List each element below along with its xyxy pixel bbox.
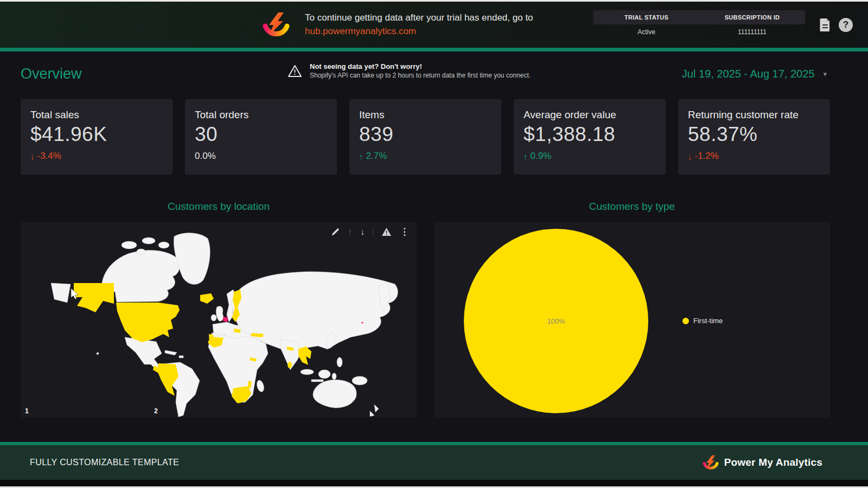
- kpi-label: Items: [359, 109, 492, 121]
- map-colombia-peru: [157, 363, 178, 396]
- trial-status-header: TRIAL STATUS: [593, 14, 699, 21]
- kpi-card-returning-customer-rate: Returning customer rate 58.37% ↓ -1.2%: [678, 99, 830, 175]
- world-map: [21, 222, 417, 418]
- footer-tagline: FULLY CUSTOMIZABLE TEMPLATE: [30, 458, 179, 467]
- pie-chart-title: Customers by type: [434, 201, 830, 214]
- footer-brand: Power My Analytics: [702, 455, 822, 471]
- kpi-card-items: Items 839 ↑ 2.7%: [349, 99, 501, 175]
- trial-status-value: Active: [593, 28, 699, 36]
- data-warning-icon[interactable]: [381, 227, 392, 236]
- trial-table-values: Active 111111111: [593, 24, 805, 40]
- move-up-icon[interactable]: ↑: [348, 227, 352, 237]
- move-down-icon[interactable]: ↓: [360, 227, 365, 237]
- app-header: To continue getting data after your tria…: [0, 2, 868, 48]
- kpi-label: Total orders: [195, 109, 327, 121]
- legend-label: First-time: [693, 317, 723, 325]
- map-indochina: [298, 346, 311, 365]
- subscription-id-header: SUBSCRIPTION ID: [699, 14, 805, 21]
- trial-table-header: TRIAL STATUS SUBSCRIPTION ID: [593, 10, 805, 24]
- chart-toolbar: ↑ ↓ ⋮: [331, 226, 409, 237]
- help-glyph: ?: [843, 20, 848, 30]
- page-title: Overview: [21, 66, 82, 82]
- kpi-label: Total sales: [30, 109, 163, 121]
- kpi-delta: ↑ 2.7%: [359, 151, 492, 162]
- kpi-value: $41.96K: [30, 123, 163, 146]
- kpi-value: $1,388.18: [524, 123, 656, 146]
- trend-up-icon: ↑: [524, 152, 528, 161]
- app-footer: FULLY CUSTOMIZABLE TEMPLATE Power My Ana…: [0, 442, 868, 480]
- map-south-africa: [232, 386, 251, 403]
- notice-body: Shopify's API can take up to 2 hours to …: [310, 72, 531, 79]
- api-delay-notice: Not seeing data yet? Don't worry! Shopif…: [288, 62, 531, 79]
- map-mexico: [125, 337, 162, 371]
- map-usa: [116, 303, 180, 342]
- kpi-value: 839: [359, 123, 492, 146]
- map-scale-min: 1: [25, 407, 29, 415]
- trial-message: To continue getting data after your tria…: [305, 11, 533, 38]
- warning-icon: [288, 65, 302, 78]
- document-icon[interactable]: [819, 18, 831, 32]
- map-sri-lanka: [288, 362, 292, 368]
- date-range-selector[interactable]: Jul 19, 2025 - Aug 17, 2025 ▾: [682, 68, 830, 80]
- legend-swatch-first-time: [682, 318, 689, 324]
- pie-slice-first-time: 100%: [464, 229, 648, 413]
- accent-bar: [0, 48, 868, 52]
- mouse-cursor: [71, 288, 81, 300]
- trend-down-icon: ↓: [30, 152, 35, 161]
- notice-title: Not seeing data yet? Don't worry!: [310, 62, 531, 70]
- kpi-delta: 0.0%: [195, 151, 327, 162]
- kpi-card-total-orders: Total orders 30 0.0%: [185, 99, 337, 175]
- kpi-delta-text: -3.4%: [37, 151, 61, 162]
- chevron-down-icon: ▾: [823, 70, 827, 78]
- subscription-id-value: 111111111: [699, 28, 805, 36]
- map-australia: [313, 380, 356, 408]
- brand-name: Power My Analytics: [724, 457, 822, 468]
- kpi-delta-text: 0.0%: [195, 151, 216, 162]
- map-scale-max: 2: [154, 407, 158, 415]
- kpi-delta-text: 2.7%: [366, 151, 387, 162]
- toolbar-divider: [373, 227, 373, 237]
- pma-logo-icon: [261, 12, 291, 38]
- customers-by-type-chart: 100% First-time: [434, 222, 830, 418]
- kebab-menu-icon[interactable]: ⋮: [400, 226, 409, 237]
- trial-status-table: TRIAL STATUS SUBSCRIPTION ID Active 1111…: [593, 10, 805, 40]
- kpi-delta: ↓ -3.4%: [30, 151, 163, 162]
- kpi-label: Returning customer rate: [688, 109, 820, 121]
- trial-hub-link[interactable]: hub.powermyanalytics.com: [305, 25, 416, 38]
- trial-message-text: To continue getting data after your tria…: [305, 11, 533, 25]
- map-greenland: [174, 233, 210, 285]
- map-iceland: [200, 293, 214, 304]
- pie-center-label: 100%: [547, 317, 565, 325]
- kpi-delta: ↓ -1.2%: [688, 151, 820, 162]
- help-icon[interactable]: ?: [839, 18, 853, 32]
- window-bottom-edge: [0, 480, 868, 488]
- kpi-delta-text: -1.2%: [695, 151, 719, 162]
- kpi-card-average-order-value: Average order value $1,388.18 ↑ 0.9%: [514, 99, 666, 175]
- date-range-text: Jul 19, 2025 - Aug 17, 2025: [682, 68, 815, 80]
- kpi-value: 30: [195, 123, 327, 146]
- trend-down-icon: ↓: [688, 152, 692, 161]
- kpi-row: Total sales $41.96K ↓ -3.4% Total orders…: [21, 99, 830, 175]
- customers-by-location-chart: ↑ ↓ ⋮: [21, 222, 417, 418]
- kpi-delta-text: 0.9%: [531, 151, 552, 162]
- trend-up-icon: ↑: [359, 152, 363, 161]
- kpi-card-total-sales: Total sales $41.96K ↓ -3.4%: [21, 99, 173, 175]
- map-belgium: [223, 317, 228, 322]
- edit-pencil-icon[interactable]: [331, 228, 340, 236]
- kpi-label: Average order value: [524, 109, 656, 121]
- kpi-value: 58.37%: [688, 123, 820, 146]
- map-chart-title: Customers by location: [21, 201, 417, 214]
- kpi-delta: ↑ 0.9%: [524, 151, 656, 162]
- pma-footer-logo-icon: [702, 455, 719, 471]
- pie-legend: First-time: [682, 317, 723, 325]
